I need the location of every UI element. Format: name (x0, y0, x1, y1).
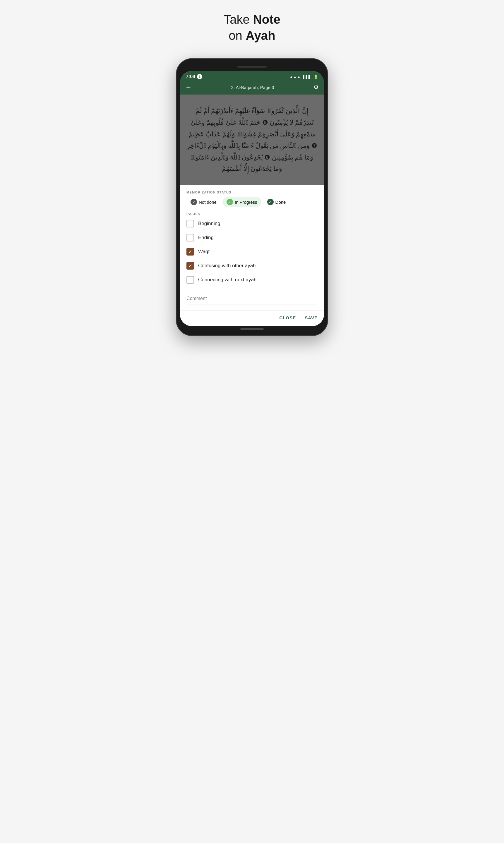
back-button[interactable]: ← (185, 84, 192, 91)
quran-text: إِنَّ ٱلَّذِينَ كَفَرُوا۟ سَوَآءٌ عَلَيْ… (180, 99, 324, 181)
action-buttons: CLOSE SAVE (180, 310, 324, 326)
issues-label: ISSUES (186, 212, 318, 216)
issue-waqf[interactable]: ✓ Waqf (186, 248, 318, 255)
waqf-checkbox[interactable]: ✓ (186, 248, 194, 255)
close-button[interactable]: CLOSE (280, 315, 296, 320)
signal-icon: ▌▌▌ (303, 75, 311, 79)
home-indicator (240, 328, 264, 329)
issues-section: ISSUES Beginning Ending ✓ Waqf (180, 212, 324, 284)
confusing-label: Confusing with other ayah (198, 263, 256, 269)
wifi-icon: ▲▲▲ (289, 75, 301, 79)
connecting-label: Connecting with next ayah (198, 277, 256, 283)
phone-bottom (180, 326, 324, 332)
status-right: ▲▲▲ ▌▌▌ 🔋 (289, 75, 318, 79)
issue-beginning[interactable]: Beginning (186, 220, 318, 228)
nav-title: 2. Al-Baqarah, Page 3 (231, 85, 274, 90)
issue-connecting[interactable]: Connecting with next ayah (186, 276, 318, 284)
settings-button[interactable]: ⚙ (313, 84, 319, 91)
status-not-done[interactable]: ✓ Not done (186, 197, 221, 207)
issue-ending[interactable]: Ending (186, 234, 318, 241)
status-time: 7:04 (186, 74, 195, 79)
phone-speaker (237, 66, 267, 68)
in-progress-icon: ✓ (227, 199, 233, 205)
confusing-checkbox[interactable]: ✓ (186, 262, 194, 270)
ending-label: Ending (198, 235, 214, 240)
status-options: ✓ Not done ✓ In Progress ✓ Done (180, 197, 324, 212)
page-title: Take Note on Ayah (223, 12, 281, 43)
phone-notch (180, 62, 324, 71)
done-icon: ✓ (267, 199, 274, 205)
not-done-label: Not done (199, 200, 217, 204)
status-done[interactable]: ✓ Done (263, 197, 290, 207)
quran-area: إِنَّ ٱلَّذِينَ كَفَرُوا۟ سَوَآءٌ عَلَيْ… (180, 94, 324, 185)
not-done-icon: ✓ (191, 199, 197, 205)
status-badge: 1 (197, 74, 202, 79)
status-in-progress[interactable]: ✓ In Progress (222, 197, 262, 207)
phone-frame: 7:04 1 ▲▲▲ ▌▌▌ 🔋 ← 2. Al-Baqarah, Page 3… (176, 58, 328, 336)
issue-confusing[interactable]: ✓ Confusing with other ayah (186, 262, 318, 270)
save-button[interactable]: SAVE (305, 315, 318, 320)
content-area: MEMORIZATION STATUS ✓ Not done ✓ In Prog… (180, 185, 324, 326)
memorization-label: MEMORIZATION STATUS (180, 185, 324, 197)
comment-section (180, 290, 324, 310)
in-progress-label: In Progress (235, 200, 257, 204)
nav-bar: ← 2. Al-Baqarah, Page 3 ⚙ (180, 81, 324, 94)
ending-checkbox[interactable] (186, 234, 194, 241)
connecting-checkbox[interactable] (186, 276, 194, 284)
comment-input[interactable] (186, 293, 318, 304)
battery-icon: 🔋 (313, 75, 318, 79)
done-label: Done (275, 200, 286, 204)
status-bar: 7:04 1 ▲▲▲ ▌▌▌ 🔋 (180, 71, 324, 81)
phone-screen: 7:04 1 ▲▲▲ ▌▌▌ 🔋 ← 2. Al-Baqarah, Page 3… (180, 71, 324, 326)
waqf-label: Waqf (198, 249, 210, 255)
beginning-checkbox[interactable] (186, 220, 194, 228)
status-left: 7:04 1 (186, 74, 202, 79)
beginning-label: Beginning (198, 221, 220, 227)
